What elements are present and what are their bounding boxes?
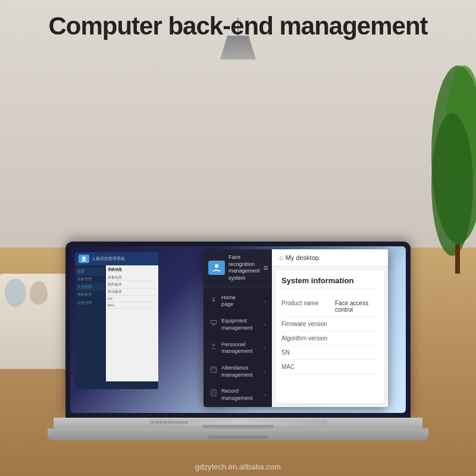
info-label-mac: MAC bbox=[281, 364, 335, 370]
info-value-product: Face access control bbox=[335, 300, 378, 313]
svg-point-10 bbox=[212, 343, 215, 346]
watermark: gdzytech.en.alibaba.com bbox=[0, 462, 476, 471]
popup-content-body: System information Product name Face acc… bbox=[275, 270, 384, 403]
home-icon: ⌂ bbox=[279, 254, 283, 261]
popup-logo bbox=[208, 261, 225, 275]
nav-attendance-chevron: › bbox=[264, 368, 266, 375]
laptop-keyboard-base bbox=[54, 418, 422, 428]
nav-item-record[interactable]: Record management › bbox=[203, 383, 272, 406]
svg-point-2 bbox=[431, 113, 473, 256]
menu-icon[interactable]: ≡ bbox=[264, 263, 268, 273]
info-row-mac: MAC bbox=[281, 360, 378, 374]
popup-breadcrumb: ⌂ My desktop bbox=[272, 249, 388, 267]
nav-attendance-label: Attendance management bbox=[221, 365, 253, 378]
popup-sidebar: Face recognition management system ≡ bbox=[203, 249, 272, 407]
svg-point-4 bbox=[82, 256, 86, 260]
svg-rect-3 bbox=[455, 244, 460, 274]
breadcrumb-text: My desktop bbox=[286, 254, 319, 261]
svg-point-5 bbox=[215, 264, 218, 268]
info-label-firmware: Firmware version bbox=[281, 321, 335, 327]
svg-rect-6 bbox=[212, 300, 215, 301]
info-label-algorithm: Algorithm version bbox=[281, 335, 335, 342]
cn-info-row-1: 设备信息 bbox=[108, 274, 156, 281]
nav-equipment-chevron: › bbox=[264, 321, 266, 328]
laptop-bottom bbox=[48, 428, 428, 440]
popup-content: ⌂ My desktop System information Product … bbox=[272, 249, 388, 407]
cn-ui-small: 人脸识别管理系统 首页 设备管理 人员管理 考勤管理 记录管理 系统信息 设备信… bbox=[75, 252, 158, 389]
nav-record-chevron: › bbox=[264, 391, 266, 399]
cn-sidebar-home[interactable]: 首页 bbox=[76, 268, 105, 275]
nav-record-label: Record management bbox=[221, 388, 253, 402]
svg-rect-11 bbox=[211, 367, 216, 372]
cn-title: 人脸识别管理系统 bbox=[92, 256, 125, 262]
nav-item-equipment[interactable]: Equipment management › bbox=[203, 313, 272, 336]
laptop-screen: 人脸识别管理系统 首页 设备管理 人员管理 考勤管理 记录管理 系统信息 设备信… bbox=[70, 246, 406, 413]
cn-sidebar-equipment[interactable]: 设备管理 bbox=[76, 275, 105, 283]
cn-info-row-4: SN bbox=[108, 296, 156, 302]
cn-sidebar-attendance[interactable]: 考勤管理 bbox=[76, 291, 105, 299]
cn-info-row-2: 固件版本 bbox=[108, 281, 156, 289]
info-row-sn: SN bbox=[281, 346, 378, 360]
cn-sidebar: 首页 设备管理 人员管理 考勤管理 记录管理 bbox=[75, 265, 106, 381]
info-row-product: Product name Face access control bbox=[281, 296, 378, 317]
plant-decoration-right bbox=[411, 36, 476, 274]
popup-header: Face recognition management system ≡ bbox=[203, 249, 272, 287]
laptop: 人脸识别管理系统 首页 设备管理 人员管理 考勤管理 记录管理 系统信息 设备信… bbox=[48, 242, 428, 440]
popup-nav: Home page › bbox=[203, 287, 272, 407]
laptop-screen-frame: 人脸识别管理系统 首页 设备管理 人员管理 考勤管理 记录管理 系统信息 设备信… bbox=[65, 242, 411, 418]
page-title: Computer back-end management bbox=[0, 12, 476, 40]
info-label-product: Product name bbox=[281, 300, 335, 306]
cn-info-row-5: MAC bbox=[108, 302, 156, 309]
cn-content: 系统信息 设备信息 固件版本 算法版本 SN MAC bbox=[106, 265, 158, 381]
cn-info-row-3: 算法版本 bbox=[108, 289, 156, 296]
info-row-firmware: Firmware version bbox=[281, 317, 378, 331]
nav-personnel-label: Personnel management bbox=[221, 342, 253, 355]
nav-equipment-label: Equipment management bbox=[221, 318, 253, 331]
cn-sidebar-record[interactable]: 记录管理 bbox=[76, 299, 105, 307]
nav-home-label: Home page bbox=[221, 295, 236, 308]
nav-item-personnel[interactable]: Personnel management › bbox=[203, 337, 272, 360]
nav-item-attendance[interactable]: Attendance management › bbox=[203, 360, 272, 383]
info-row-algorithm: Algorithm version bbox=[281, 331, 378, 346]
system-info-title: System information bbox=[281, 276, 378, 289]
popup-title: Face recognition management system bbox=[228, 254, 260, 282]
nav-personnel-chevron: › bbox=[264, 345, 266, 352]
info-label-sn: SN bbox=[281, 349, 335, 356]
nav-item-home[interactable]: Home page › bbox=[203, 290, 272, 313]
popup-ui: Face recognition management system ≡ bbox=[203, 249, 388, 407]
nav-home-chevron: › bbox=[264, 298, 266, 305]
cn-content-title: 系统信息 bbox=[108, 267, 156, 273]
cn-sidebar-personnel[interactable]: 人员管理 bbox=[76, 283, 105, 291]
svg-rect-7 bbox=[211, 321, 216, 324]
cn-logo bbox=[79, 255, 89, 263]
